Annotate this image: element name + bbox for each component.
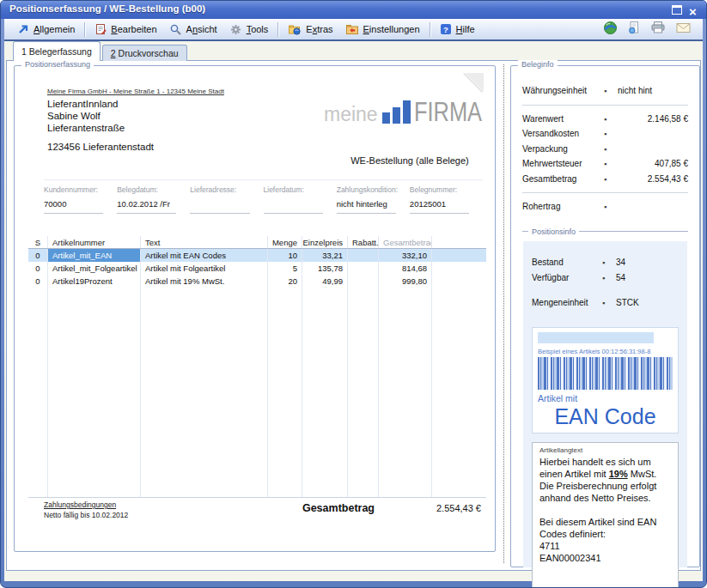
fieldset-legend: Beleginfo — [518, 60, 558, 69]
tab-page-belegerfassung: Positionserfassung Meine Firma GmbH - Me… — [6, 60, 701, 571]
total-value: 2.554,43 € — [404, 503, 481, 513]
panel-divider — [503, 64, 504, 563]
mail-icon[interactable] — [676, 21, 691, 37]
beleginfo-row: Gesamtbetrag 2.554,43 € — [522, 172, 688, 187]
equals-bullet-icon — [604, 114, 618, 124]
menu-separator — [84, 22, 85, 37]
menu-item-bearbeiten[interactable]: Bearbeiten — [88, 21, 162, 37]
field-lieferdatum[interactable]: Lieferdatum: — [264, 185, 337, 214]
menu-separator — [277, 22, 278, 37]
tab-druckvorschau[interactable]: 2 Druckvorschau — [102, 45, 187, 61]
settings-icon — [345, 23, 359, 35]
equals-bullet-icon — [604, 174, 618, 184]
positionsinfo-row: Verfügbar 54 — [532, 270, 679, 286]
recipient-address: LieferantInnland Sabine Wolf Lieferanten… — [47, 98, 154, 153]
world-icon[interactable] — [603, 21, 618, 39]
recipient-street: Lieferantenstraße — [47, 122, 154, 134]
field-lieferadresse[interactable]: Lieferadresse: — [190, 185, 263, 214]
barcode-highlight-strip — [538, 332, 654, 343]
positions-table: S Artikelnummer Text Menge Einzelpreis R… — [28, 236, 486, 498]
beleginfo-row: Versandkosten — [522, 126, 688, 142]
payment-note: Netto fällig bis 10.02.2012 — [44, 511, 128, 519]
beleginfo-fieldset: Beleginfo Währungseinheit nicht hint War… — [510, 65, 700, 567]
nav-arrow-icon — [17, 23, 29, 35]
tab-belegerfassung[interactable]: 1 Belegerfassung — [13, 41, 101, 61]
tools-icon — [229, 23, 242, 36]
menu-item-tools[interactable]: Tools — [223, 21, 275, 38]
title-bar: Positionserfassung / WE-Bestellung (b00) — [1, 1, 706, 19]
equals-bullet-icon — [604, 202, 618, 211]
help-icon: ? — [440, 23, 452, 35]
svg-text:?: ? — [443, 25, 448, 34]
sender-line: Meine Firma GmbH - Meine Straße 1 - 1234… — [47, 88, 224, 95]
restore-icon[interactable] — [672, 5, 682, 15]
zahlungsbedingungen-link[interactable]: Zahlungsbedingungen — [44, 500, 128, 509]
recipient-city: 123456 Lieferantenstadt — [47, 141, 154, 153]
total-label: Gesamtbetrag — [302, 502, 375, 514]
barcode-label-line2: EAN Code — [538, 404, 673, 429]
table-row[interactable]: 0 Artikel_mit_EAN Artikel mit EAN Codes … — [28, 249, 486, 262]
recipient-contact: Sabine Wolf — [47, 110, 154, 122]
menu-separator — [430, 22, 430, 37]
equals-bullet-icon — [602, 273, 616, 282]
printer-icon[interactable] — [650, 21, 666, 38]
edit-icon — [94, 23, 107, 35]
menu-item-einstellungen[interactable]: Einstellungen — [339, 21, 426, 37]
beleginfo-row: Verpackung — [522, 142, 688, 157]
client-area: Allgemein Bearbeiten Ansicht Tools Extra… — [4, 19, 703, 581]
table-row[interactable]: 0 Artikel_mit_Folgeartikel Artikel mit F… — [28, 262, 486, 275]
field-zahlungskondition[interactable]: Zahlungskondition: nicht hinterleg — [337, 185, 410, 214]
equals-bullet-icon — [602, 298, 616, 307]
equals-bullet-icon — [604, 86, 618, 95]
recipient-name: LieferantInnland — [47, 98, 154, 110]
positionsinfo-row: Mengeneinheit STCK — [532, 295, 679, 311]
field-belegnummer[interactable]: Belegnummer: 20125001 — [410, 185, 483, 214]
field-kundennummer[interactable]: Kundennummer: 70000 — [44, 185, 117, 214]
document-footer: Zahlungsbedingungen Netto fällig bis 10.… — [44, 500, 481, 519]
beleginfo-row: Warenwert 2.146,58 € — [522, 112, 688, 127]
table-header-row: S Artikelnummer Text Menge Einzelpreis R… — [28, 236, 486, 249]
menu-bar: Allgemein Bearbeiten Ansicht Tools Extra… — [4, 19, 703, 41]
barcode-label-line1: Artikel mit — [538, 393, 673, 403]
artikellangtext-label: Artikellangtext — [539, 446, 671, 454]
beleginfo-row: Währungseinheit nicht hint — [522, 83, 688, 99]
table-row[interactable]: 0 Artikel19Prozent Artikel mit 19% MwSt.… — [28, 275, 486, 288]
window-title: Positionserfassung / WE-Bestellung (b00) — [9, 3, 205, 14]
barcode-icon — [538, 357, 673, 390]
app-window: Positionserfassung / WE-Bestellung (b00)… — [0, 0, 707, 588]
divider — [522, 105, 688, 106]
equals-bullet-icon — [604, 129, 618, 138]
ean-barcode-preview: Beispiel eines Artikels 00:12:56:31:98-8… — [532, 327, 679, 433]
fieldset-legend: Positionserfassung — [21, 60, 94, 69]
artikellangtext-box[interactable]: Artikellangtext Hierbei handelt es sich … — [532, 442, 679, 588]
beleginfo-row: Mehrwertsteuer 407,85 € — [522, 156, 688, 172]
positionsinfo-row: Bestand 34 — [532, 255, 679, 270]
company-logo: meine FIRMA — [324, 88, 497, 124]
positionsinfo-legend: Positionsinfo — [522, 227, 688, 236]
menu-item-extras[interactable]: Extras — [282, 21, 338, 37]
positionsinfo-panel: Bestand 34 Verfügbar 54 Mengeneinheit — [523, 241, 687, 567]
equals-bullet-icon — [604, 159, 618, 168]
table-empty-area — [28, 288, 486, 498]
menu-item-hilfe[interactable]: ? Hilfe — [434, 21, 481, 37]
selected-cell[interactable]: Artikel_mit_EAN — [47, 249, 140, 262]
view-icon — [169, 23, 182, 36]
tab-strip: 1 Belegerfassung 2 Druckvorschau — [13, 41, 189, 61]
beleginfo-row: Rohertrag — [522, 199, 688, 215]
logo-bars-icon — [382, 100, 411, 124]
artikellangtext-text: Hierbei handelt es sich um einen Artikel… — [539, 456, 671, 565]
header-fields: Kundennummer: 70000 Belegdatum: 10.02.20… — [44, 179, 483, 214]
equals-bullet-icon — [602, 258, 616, 267]
close-icon[interactable] — [689, 4, 699, 15]
barcode-caption: Beispiel eines Artikels 00:12:56:31:98-8 — [538, 348, 673, 355]
extras-icon — [288, 23, 302, 35]
equals-bullet-icon — [604, 144, 618, 154]
web-document-icon[interactable] — [628, 21, 640, 38]
document-type: WE-Bestellung (alle Belege) — [320, 155, 500, 166]
field-belegdatum[interactable]: Belegdatum: 10.02.2012 /Fr — [117, 185, 190, 214]
menu-item-ansicht[interactable]: Ansicht — [163, 21, 223, 38]
divider — [522, 192, 688, 193]
menu-item-allgemein[interactable]: Allgemein — [11, 21, 81, 37]
positionserfassung-fieldset: Positionserfassung Meine Firma GmbH - Me… — [14, 65, 496, 552]
